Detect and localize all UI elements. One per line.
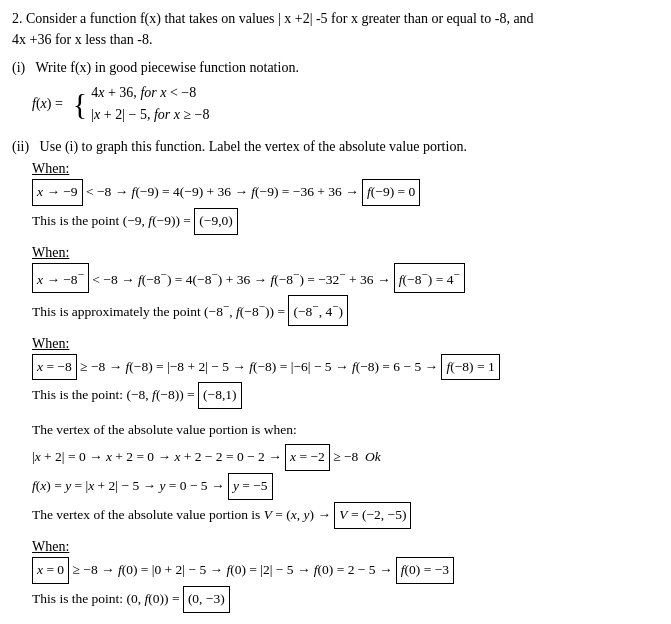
vertex-line2: |x + 2| = 0 → x + 2 = 0 → x + 2 − 2 = 0 … <box>32 444 659 471</box>
when-line1-last: x = 0 ≥ −8 → f(0) = |0 + 2| − 5 → f(0) =… <box>32 557 659 584</box>
when-line2-3: This is the point: (−8, f(−8)) = (−8,1) <box>32 382 659 409</box>
when-label-last: When: <box>32 539 659 555</box>
vertex-section: The vertex of the absolute value portion… <box>32 419 659 529</box>
when-line2-last: This is the point: (0, f(0)) = (0, −3) <box>32 586 659 613</box>
boxed-vertex: V = (−2, −5) <box>334 502 411 529</box>
part-i: (i) Write f(x) in good piecewise functio… <box>12 60 659 127</box>
piecewise-brace: { <box>73 89 87 119</box>
part-ii: (ii) Use (i) to graph this function. Lab… <box>12 139 659 613</box>
part-ii-text: Use (i) to graph this function. Label th… <box>40 139 467 154</box>
boxed-x-val-2: x → −8− <box>32 263 89 293</box>
when-block-last: When: x = 0 ≥ −8 → f(0) = |0 + 2| − 5 → … <box>32 539 659 613</box>
when-line1-2: x → −8− < −8 → f(−8−) = 4(−8−) + 36 → f(… <box>32 263 659 293</box>
piecewise-cases: 4x + 36, for x < −8 |x + 2| − 5, for x ≥… <box>91 82 209 127</box>
vertex-line3: f(x) = y = |x + 2| − 5 → y = 0 − 5 → y =… <box>32 473 659 500</box>
part-i-label: (i) Write f(x) in good piecewise functio… <box>12 60 659 76</box>
part-i-text: Write f(x) in good piecewise function no… <box>35 60 298 75</box>
boxed-result-1: f(−9) = 0 <box>362 179 420 206</box>
problem-text: Consider a function f(x) that takes on v… <box>26 11 534 26</box>
problem-number: 2. <box>12 11 23 26</box>
when-line1-1: x → −9 < −8 → f(−9) = 4(−9) + 36 → f(−9)… <box>32 179 659 206</box>
boxed-point-2: (−8−, 4−) <box>288 295 348 325</box>
when-block-3: When: x = −8 ≥ −8 → f(−8) = |−8 + 2| − 5… <box>32 336 659 410</box>
when-label-3: When: <box>32 336 659 352</box>
boxed-result-3: f(−8) = 1 <box>441 354 499 381</box>
when-line2-2: This is approximately the point (−8−, f(… <box>32 295 659 325</box>
part-ii-label: (ii) Use (i) to graph this function. Lab… <box>12 139 659 155</box>
problem-header: 2. Consider a function f(x) that takes o… <box>12 8 659 50</box>
piecewise-case1: 4x + 36, for x < −8 <box>91 82 209 104</box>
boxed-y-vertex: y = −5 <box>228 473 273 500</box>
when-block-1: When: x → −9 < −8 → f(−9) = 4(−9) + 36 →… <box>32 161 659 235</box>
piecewise-lhs: f(x) = <box>32 93 63 115</box>
boxed-x-val-1: x → −9 <box>32 179 83 206</box>
boxed-point-1: (−9,0) <box>194 208 237 235</box>
problem-container: 2. Consider a function f(x) that takes o… <box>12 8 659 613</box>
boxed-result-last: f(0) = −3 <box>396 557 454 584</box>
boxed-x-val-last: x = 0 <box>32 557 69 584</box>
when-line1-3: x = −8 ≥ −8 → f(−8) = |−8 + 2| − 5 → f(−… <box>32 354 659 381</box>
when-label-1: When: <box>32 161 659 177</box>
boxed-point-3: (−8,1) <box>198 382 241 409</box>
boxed-x-val-3: x = −8 <box>32 354 77 381</box>
when-block-2: When: x → −8− < −8 → f(−8−) = 4(−8−) + 3… <box>32 245 659 326</box>
piecewise-case2: |x + 2| − 5, for x ≥ −8 <box>91 104 209 126</box>
when-line2-1: This is the point (−9, f(−9)) = (−9,0) <box>32 208 659 235</box>
vertex-line4: The vertex of the absolute value portion… <box>32 502 659 529</box>
boxed-point-last: (0, −3) <box>183 586 230 613</box>
boxed-result-2: f(−8−) = 4− <box>394 263 465 293</box>
piecewise-function: f(x) = { 4x + 36, for x < −8 |x + 2| − 5… <box>32 82 659 127</box>
problem-text-2: 4x +36 for x less than -8. <box>12 32 153 47</box>
vertex-line1: The vertex of the absolute value portion… <box>32 419 659 442</box>
boxed-x-vertex: x = −2 <box>285 444 330 471</box>
when-label-2: When: <box>32 245 659 261</box>
